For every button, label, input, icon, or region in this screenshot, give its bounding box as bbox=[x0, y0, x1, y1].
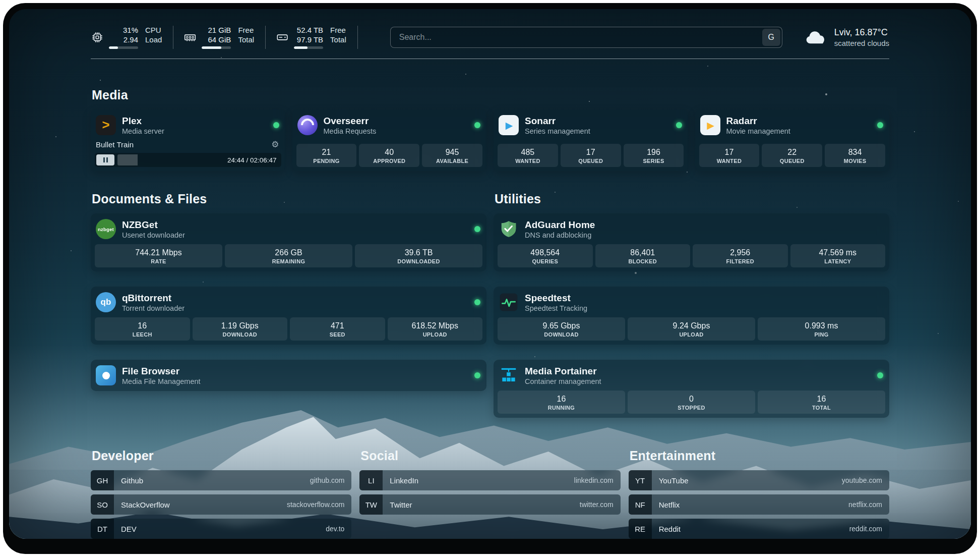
top-bar: 31% CPU 2.94 Load bbox=[91, 24, 889, 50]
memory-icon bbox=[183, 31, 197, 44]
stat-box: 9.65 GbpsDOWNLOAD bbox=[498, 317, 625, 341]
stat-label: AVAILABLE bbox=[424, 158, 480, 164]
service-description: Movie management bbox=[726, 127, 790, 135]
speedtest-icon bbox=[499, 292, 519, 312]
stat-value: 22 bbox=[764, 147, 820, 157]
bookmark-reddit[interactable]: RE Reddit reddit.com bbox=[629, 519, 889, 539]
bookmark-youtube[interactable]: YT YouTube youtube.com bbox=[629, 470, 889, 490]
service-link-adguard[interactable]: AdGuard Home DNS and adblocking bbox=[498, 217, 885, 243]
stat-value: 1.19 Gbps bbox=[195, 321, 286, 330]
service-link-filebrowser[interactable]: File Browser Media File Management bbox=[95, 364, 482, 387]
service-card-plex: > Plex Media server Bullet Train ⚙ bbox=[91, 109, 285, 171]
pause-button[interactable] bbox=[96, 154, 114, 165]
service-link-sonarr[interactable]: ▶ Sonarr Series management bbox=[498, 114, 684, 139]
stat-box: 17WANTED bbox=[699, 144, 760, 167]
bookmark-url: github.com bbox=[310, 470, 351, 490]
service-link-portainer[interactable]: Media Portainer Container management bbox=[498, 364, 885, 389]
service-link-qbittorrent[interactable]: qb qBittorrent Torrent downloader bbox=[95, 291, 482, 316]
bookmark-twitter[interactable]: TW Twitter twitter.com bbox=[359, 494, 620, 515]
memory-label-top: Free bbox=[238, 26, 254, 35]
stat-value: 40 bbox=[361, 147, 417, 157]
service-text: NZBGet Usenet downloader bbox=[122, 219, 185, 239]
service-description: Media File Management bbox=[122, 377, 201, 385]
stat-label: PING bbox=[760, 331, 883, 338]
stat-label: WANTED bbox=[701, 158, 758, 164]
stat-label: UPLOAD bbox=[390, 331, 481, 338]
stat-box: 9.24 GbpsUPLOAD bbox=[628, 317, 755, 341]
status-online-dot bbox=[877, 372, 883, 378]
disk-free: 52.4 TB bbox=[294, 26, 323, 35]
service-stats: 485WANTED 17QUEUED 196SERIES bbox=[498, 144, 684, 167]
cpu-widget: 31% CPU 2.94 Load bbox=[91, 26, 173, 49]
media-section-title: Media bbox=[92, 87, 889, 102]
stat-box: 196SERIES bbox=[624, 144, 684, 167]
cpu-bar bbox=[109, 46, 138, 49]
service-link-speedtest[interactable]: Speedtest Speedtest Tracking bbox=[498, 291, 885, 316]
bookmark-url: netflix.com bbox=[848, 494, 889, 515]
stat-value: 744.21 Mbps bbox=[97, 248, 220, 257]
status-online-dot bbox=[676, 122, 682, 128]
bookmark-url: stackoverflow.com bbox=[287, 494, 351, 515]
weather-text: Lviv, 16.87°C scattered clouds bbox=[834, 27, 889, 47]
cloud-icon bbox=[805, 29, 828, 45]
service-name: File Browser bbox=[122, 366, 201, 377]
stat-label: RATE bbox=[97, 258, 220, 264]
stat-value: 498,564 bbox=[500, 248, 591, 257]
stat-label: QUEUED bbox=[563, 158, 619, 164]
stat-label: QUEUED bbox=[764, 158, 820, 164]
plex-player-bar: 24:44 / 02:06:47 bbox=[95, 153, 281, 167]
plex-chevron-glyph: > bbox=[102, 118, 109, 131]
playback-time: 24:44 / 02:06:47 bbox=[227, 156, 280, 164]
service-description: Speedtest Tracking bbox=[525, 304, 587, 312]
search-input[interactable] bbox=[392, 29, 762, 46]
memory-bar bbox=[202, 46, 231, 49]
cpu-icon bbox=[91, 31, 104, 44]
service-link-plex[interactable]: > Plex Media server bbox=[95, 114, 281, 139]
bookmark-name: DEV bbox=[114, 519, 326, 539]
service-link-nzbget[interactable]: nzbget NZBGet Usenet downloader bbox=[95, 217, 482, 243]
stat-box: 40APPROVED bbox=[359, 144, 419, 167]
play-glyph: ▶ bbox=[506, 121, 513, 130]
bookmark-dev[interactable]: DT DEV dev.to bbox=[91, 519, 351, 539]
now-playing-title: Bullet Train bbox=[96, 140, 134, 149]
playback-progress-track[interactable] bbox=[117, 154, 224, 165]
service-description: Torrent downloader bbox=[122, 304, 185, 312]
stat-value: 39.6 TB bbox=[357, 248, 480, 257]
service-link-radarr[interactable]: ▶ Radarr Movie management bbox=[699, 114, 886, 139]
bookmark-stackoverflow[interactable]: SO StackOverflow stackoverflow.com bbox=[91, 494, 351, 515]
service-name: Plex bbox=[122, 116, 164, 127]
stat-box: 471SEED bbox=[290, 317, 385, 341]
search-provider-button[interactable]: G bbox=[762, 29, 780, 46]
service-stats: 16RUNNING 0STOPPED 16TOTAL bbox=[498, 391, 885, 414]
bookmark-netflix[interactable]: NF Netflix netflix.com bbox=[629, 494, 889, 515]
service-stats: 21PENDING 40APPROVED 945AVAILABLE bbox=[296, 144, 483, 167]
weather-widget: Lviv, 16.87°C scattered clouds bbox=[805, 27, 889, 47]
stat-value: 21 bbox=[298, 147, 355, 157]
stat-box: 16RUNNING bbox=[498, 391, 625, 414]
stat-box: 0.993 msPING bbox=[758, 317, 885, 341]
stat-label: LATENCY bbox=[792, 258, 884, 264]
service-text: File Browser Media File Management bbox=[122, 366, 201, 385]
service-card-sonarr: ▶ Sonarr Series management 485WANTED 17Q… bbox=[494, 109, 688, 171]
gear-icon[interactable]: ⚙ bbox=[271, 140, 279, 149]
qbittorrent-icon-text: qb bbox=[101, 297, 111, 307]
stat-label: BLOCKED bbox=[597, 258, 689, 264]
bookmark-abbr: GH bbox=[91, 470, 114, 490]
stat-value: 2,956 bbox=[695, 248, 786, 257]
stat-value: 86,401 bbox=[597, 248, 689, 257]
stat-value: 834 bbox=[827, 147, 883, 157]
stat-label: MOVIES bbox=[827, 158, 883, 164]
bookmark-linkedin[interactable]: LI LinkedIn linkedin.com bbox=[359, 470, 620, 490]
service-name: Overseerr bbox=[324, 116, 377, 127]
app-window: 31% CPU 2.94 Load bbox=[3, 3, 977, 554]
search-bar[interactable]: G bbox=[390, 27, 782, 48]
stat-value: 196 bbox=[626, 147, 682, 157]
stat-value: 471 bbox=[292, 321, 383, 330]
disk-label-bottom: Total bbox=[330, 35, 346, 44]
bookmark-abbr: SO bbox=[91, 494, 114, 515]
service-link-overseerr[interactable]: Overseerr Media Requests bbox=[296, 114, 483, 139]
stat-value: 9.65 Gbps bbox=[500, 321, 623, 330]
stat-box: 86,401BLOCKED bbox=[595, 244, 691, 267]
stat-label: UPLOAD bbox=[630, 331, 753, 338]
bookmark-github[interactable]: GH Github github.com bbox=[91, 470, 351, 490]
